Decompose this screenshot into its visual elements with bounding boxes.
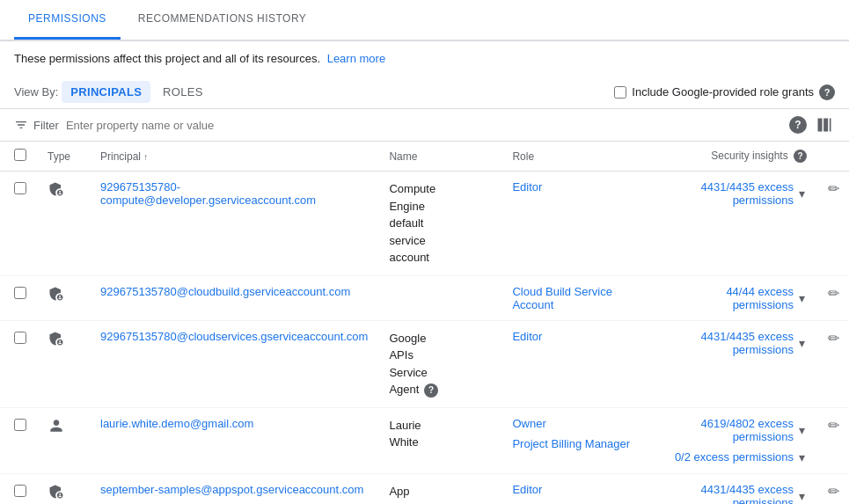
row3-edit-cell: ✏ [817,320,849,407]
row1-edit-cell: ✏ [817,172,849,276]
row5-name-cell: AppEnginedefaultserviceaccount [378,473,501,504]
row3-edit-btn[interactable]: ✏ [826,330,841,347]
row1-type-cell [37,172,90,276]
col-role: Role [501,142,660,172]
row4-edit-cell: ✏ [817,407,849,473]
columns-btn[interactable] [814,114,835,135]
row4-role1-link[interactable]: Owner [512,417,545,430]
row1-security-row: 4431/4435 excess permissions ▾ [670,180,807,207]
service-account-icon [48,186,65,201]
row2-principal-cell: 929675135780@cloudbuild.gserviceaccount.… [90,275,378,320]
col-principal[interactable]: Principal ↑ [90,142,378,172]
row4-chevron-btn2[interactable]: ▾ [797,450,807,464]
tab-permissions[interactable]: PERMISSIONS [14,0,121,40]
row1-security-value[interactable]: 4431/4435 excess permissions [670,180,794,207]
view-by-roles-btn[interactable]: ROLES [154,81,212,103]
row2-checkbox[interactable] [14,287,26,299]
table-row: 929675135780-compute@developer.gservicea… [0,172,849,276]
service-account-icon [48,490,65,503]
row3-question-icon[interactable]: ? [424,383,438,398]
filter-icon [14,118,28,132]
row5-edit-btn[interactable]: ✏ [826,483,841,500]
columns-icon [816,116,833,134]
row2-checkbox-cell [0,275,37,320]
row3-chevron-btn[interactable]: ▾ [797,336,807,350]
table-row: laurie.white.demo@gmail.com LaurieWhite … [0,407,849,473]
view-by-left: View By: PRINCIPALS ROLES [14,81,212,103]
service-account-icon [48,337,65,350]
filter-label: Filter [33,119,59,132]
col-security-insights: Security insights ? [660,142,817,172]
row4-security-cell: 4619/4802 excess permissions ▾ 0/2 exces… [660,407,817,473]
view-by-right: Include Google-provided role grants ? [614,84,835,100]
row5-principal-link[interactable]: september-samples@appspot.gserviceaccoun… [100,483,363,496]
row2-edit-cell: ✏ [817,275,849,320]
filter-icon-label: Filter [14,118,59,132]
filter-bar: Filter ? [0,108,849,142]
row2-security-row: 44/44 excess permissions ▾ [670,285,807,311]
row1-role-link[interactable]: Editor [512,180,542,194]
include-google-checkbox[interactable] [614,86,626,99]
row4-security-value2[interactable]: 0/2 excess permissions [675,450,794,464]
row3-principal-link[interactable]: 929675135780@cloudservices.gserviceaccou… [100,330,368,343]
table-row: 929675135780@cloudservices.gserviceaccou… [0,320,849,407]
row5-checkbox[interactable] [14,485,26,497]
row4-role2-link[interactable]: Project Billing Manager [512,437,630,450]
row5-principal-cell: september-samples@appspot.gserviceaccoun… [90,473,378,504]
row4-type-cell [37,407,90,473]
row4-checkbox-cell [0,407,37,473]
select-all-checkbox[interactable] [14,149,26,161]
filter-input[interactable] [66,119,782,132]
row4-edit-btn[interactable]: ✏ [826,417,841,434]
row4-security-value1[interactable]: 4619/4802 excess permissions [670,417,794,443]
row2-chevron-btn[interactable]: ▾ [797,291,807,305]
row1-chevron-btn[interactable]: ▾ [797,186,807,201]
row5-chevron-btn[interactable]: ▾ [797,489,807,503]
include-google-text: Include Google-provided role grants [632,85,814,99]
row4-role-cell: Owner Project Billing Manager [501,407,660,473]
filter-right: ? [789,114,835,135]
help-icon[interactable]: ? [819,84,835,100]
row2-role-cell: Cloud Build Service Account [501,275,660,320]
row3-security-row: 4431/4435 excess permissions ▾ [670,330,807,356]
row1-principal-link[interactable]: 929675135780-compute@developer.gservicea… [100,180,316,207]
row4-principal-cell: laurie.white.demo@gmail.com [90,407,378,473]
table-row: 929675135780@cloudbuild.gserviceaccount.… [0,275,849,320]
view-by-bar: View By: PRINCIPALS ROLES Include Google… [0,76,849,108]
row4-principal-link[interactable]: laurie.white.demo@gmail.com [100,417,253,430]
row4-checkbox[interactable] [14,419,26,431]
row5-role-link[interactable]: Editor [512,483,542,496]
row3-role-link[interactable]: Editor [512,330,542,343]
tab-recommendations-history[interactable]: RECOMMENDATIONS HISTORY [124,0,321,40]
row3-security-value[interactable]: 4431/4435 excess permissions [670,330,794,356]
notice-text: These permissions affect this project an… [14,52,320,65]
row2-security-value[interactable]: 44/44 excess permissions [670,285,794,311]
col-type: Type [37,142,90,172]
row2-principal-link[interactable]: 929675135780@cloudbuild.gserviceaccount.… [100,285,350,298]
filter-help-btn[interactable]: ? [789,116,807,134]
row5-security-value[interactable]: 4431/4435 excess permissions [670,483,794,505]
row4-chevron-btn1[interactable]: ▾ [797,423,807,437]
row3-name-cell: GoogleAPIsServiceAgent ? [378,320,501,407]
row3-checkbox[interactable] [14,332,26,344]
row2-role-link[interactable]: Cloud Build Service Account [512,285,611,311]
row1-checkbox[interactable] [14,182,26,194]
row3-type-cell [37,320,90,407]
view-by-principals-btn[interactable]: PRINCIPALS [62,81,150,103]
table-container: Type Principal ↑ Name Role Security insi… [0,142,849,504]
row1-principal-cell: 929675135780-compute@developer.gservicea… [90,172,378,276]
row4-role2: Project Billing Manager [512,437,649,450]
row4-name-cell: LaurieWhite [378,407,501,473]
row5-edit-cell: ✏ [817,473,849,504]
row5-type-cell [37,473,90,504]
row4-role1: Owner [512,417,649,430]
security-help-icon[interactable]: ? [794,150,807,163]
row2-type-cell [37,275,90,320]
learn-more-link[interactable]: Learn more [327,52,385,65]
col-checkbox [0,142,37,172]
include-google-label[interactable]: Include Google-provided role grants [614,85,814,99]
row2-edit-btn[interactable]: ✏ [826,285,841,302]
col-actions [817,142,849,172]
row1-edit-btn[interactable]: ✏ [826,180,841,197]
row3-principal-cell: 929675135780@cloudservices.gserviceaccou… [90,320,378,407]
